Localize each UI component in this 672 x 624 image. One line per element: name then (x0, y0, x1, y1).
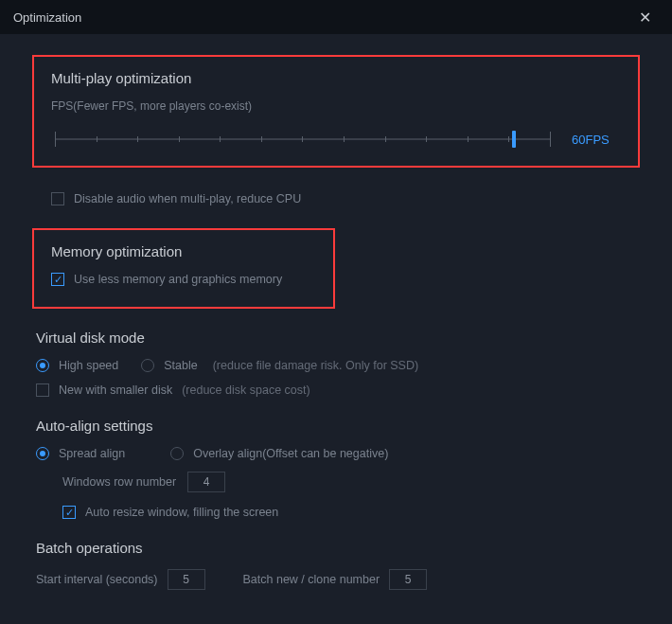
batch-title: Batch operations (36, 540, 640, 556)
multiplay-title: Multi-play optimization (51, 70, 621, 86)
radio-overlay-label: Overlay align(Offset can be negative) (193, 447, 388, 460)
multiplay-subtitle: FPS(Fewer FPS, more players co-exist) (51, 99, 621, 113)
radio-spread-label: Spread align (59, 447, 125, 460)
content-area: Multi-play optimization FPS(Fewer FPS, m… (0, 34, 672, 590)
auto-align-section: Auto-align settings Spread align Overlay… (32, 418, 640, 519)
radio-high-speed[interactable] (36, 359, 49, 372)
auto-resize-label: Auto resize window, filling the screen (85, 506, 278, 519)
radio-spread-align[interactable] (36, 447, 49, 460)
memory-title: Memory optimization (51, 243, 316, 259)
radio-overlay-align[interactable] (170, 447, 184, 460)
disable-audio-label: Disable audio when multi-play, reduce CP… (74, 192, 301, 205)
slider-thumb[interactable] (512, 131, 516, 148)
stable-hint: (reduce file damage risk. Only for SSD) (213, 359, 418, 372)
virtual-disk-section: Virtual disk mode High speed Stable (red… (32, 330, 640, 397)
memory-section: Memory optimization Use less memory and … (32, 228, 335, 309)
use-less-memory-checkbox[interactable] (51, 273, 64, 286)
radio-high-speed-label: High speed (59, 359, 118, 372)
clone-number-input[interactable] (389, 569, 427, 590)
fps-slider[interactable] (51, 130, 555, 149)
batch-section: Batch operations Start interval (seconds… (32, 540, 640, 590)
start-interval-label: Start interval (seconds) (36, 573, 158, 586)
smaller-disk-hint: (reduce disk space cost) (182, 383, 309, 397)
vdisk-title: Virtual disk mode (36, 330, 640, 346)
fps-value-label: 60FPS (572, 133, 621, 147)
disable-audio-row: Disable audio when multi-play, reduce CP… (32, 179, 640, 219)
titlebar: Optimization ✕ (0, 0, 672, 34)
clone-number-label: Batch new / clone number (243, 573, 380, 586)
use-less-memory-label: Use less memory and graphics memory (74, 273, 282, 286)
slider-ticks (55, 132, 551, 147)
row-number-input[interactable] (187, 472, 225, 492)
row-number-label: Windows row number (62, 475, 176, 489)
radio-stable-label: Stable (164, 359, 197, 372)
fps-slider-row: 60FPS (51, 130, 621, 149)
smaller-disk-label: New with smaller disk (59, 383, 172, 397)
start-interval-input[interactable] (168, 569, 205, 590)
window-title: Optimization (13, 10, 81, 25)
auto-resize-checkbox[interactable] (62, 506, 76, 519)
close-icon[interactable]: ✕ (631, 5, 659, 30)
smaller-disk-checkbox[interactable] (36, 383, 49, 397)
disable-audio-checkbox[interactable] (51, 192, 64, 205)
multiplay-section: Multi-play optimization FPS(Fewer FPS, m… (32, 55, 640, 168)
align-title: Auto-align settings (36, 418, 640, 434)
radio-stable[interactable] (141, 359, 154, 372)
